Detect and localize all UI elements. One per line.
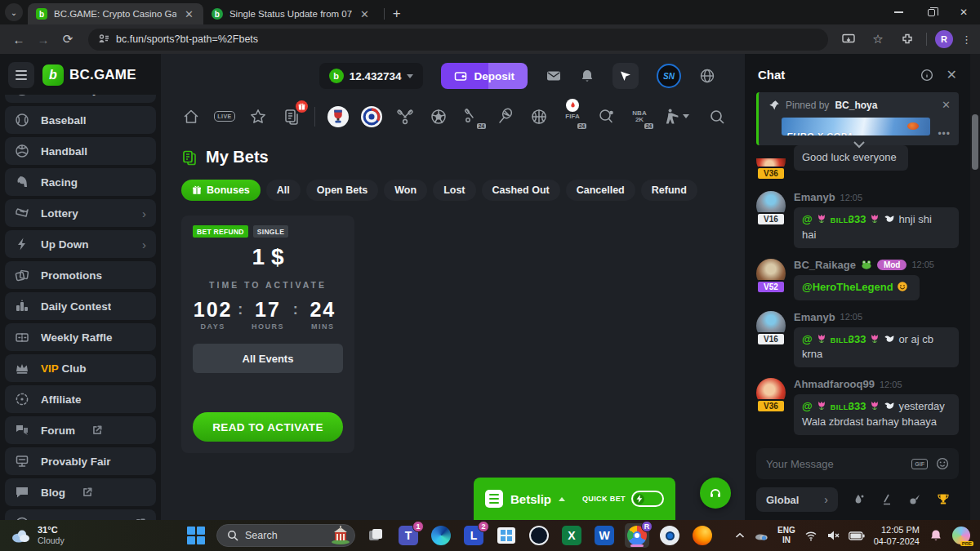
- battery-icon[interactable]: [849, 531, 865, 540]
- notification-bell-icon[interactable]: [929, 528, 943, 543]
- sidebar-item-weekly-raffle[interactable]: Weekly Raffle: [5, 323, 156, 351]
- forward-button[interactable]: →: [33, 29, 54, 50]
- sport-nav-cricket[interactable]: [394, 106, 416, 127]
- sidebar-item-racing[interactable]: Racing: [5, 168, 156, 196]
- betslip-gift-badge[interactable]: [296, 100, 308, 113]
- site-info-icon[interactable]: [98, 33, 109, 45]
- comet-icon[interactable]: [908, 493, 921, 506]
- sidebar-item-baseball[interactable]: Baseball: [5, 106, 156, 134]
- sidebar-item-vip[interactable]: VIP Club: [5, 354, 156, 382]
- sport-nav-copa-america[interactable]: [327, 106, 349, 127]
- bookmark-star-icon[interactable]: ☆: [867, 29, 889, 50]
- browser-menu-icon[interactable]: ⋮: [961, 33, 972, 46]
- sport-nav-badminton[interactable]: [495, 106, 516, 127]
- filter-refund[interactable]: Refund: [641, 180, 697, 201]
- teams-icon[interactable]: T 1: [396, 523, 421, 548]
- sidebar-item-forum[interactable]: Forum: [5, 416, 156, 444]
- sport-nav-live[interactable]: LIVE: [214, 106, 235, 127]
- back-button[interactable]: ←: [8, 29, 29, 50]
- mail-icon[interactable]: [546, 68, 562, 84]
- eye-app-icon[interactable]: [657, 523, 682, 548]
- sport-nav-fifa-24[interactable]: FIFA24: [562, 106, 583, 127]
- pinned-close-icon[interactable]: ✕: [942, 99, 951, 111]
- alexa-icon[interactable]: [527, 523, 551, 548]
- channel-selector[interactable]: Global ›: [756, 487, 838, 512]
- scrollbar[interactable]: [970, 54, 980, 520]
- sport-nav-home[interactable]: [180, 106, 202, 127]
- address-bar[interactable]: bc.fun/sports?bt-path=%2Fbets: [88, 29, 828, 51]
- chrome-icon-active[interactable]: R: [625, 523, 649, 548]
- edge-icon[interactable]: [429, 523, 453, 548]
- tray-clock[interactable]: 12:05 PM 04-07-2024: [874, 524, 920, 548]
- sport-nav-counter-strike[interactable]: [662, 106, 690, 127]
- pinned-expand-chevron[interactable]: [853, 140, 866, 149]
- send-to-device-icon[interactable]: [838, 29, 859, 50]
- sport-nav-cricket-24[interactable]: 24: [461, 106, 483, 127]
- message-username[interactable]: BC_Raikage: [794, 259, 856, 271]
- sport-nav-basketball[interactable]: [528, 106, 550, 127]
- sidebar-item-handball[interactable]: Handball: [5, 137, 156, 165]
- filter-bonuses[interactable]: Bonuses: [181, 180, 261, 201]
- taskbar-search[interactable]: Search: [216, 524, 355, 547]
- sidebar-item-provably-fair[interactable]: Provably Fair: [5, 447, 156, 475]
- reload-button[interactable]: ⟳: [57, 29, 78, 50]
- sidebar-item-lottery[interactable]: Lottery›: [5, 199, 156, 227]
- filter-lost[interactable]: Lost: [433, 180, 475, 201]
- hamburger-menu-button[interactable]: [8, 62, 34, 88]
- activate-button[interactable]: READ TO ACTIVATE: [193, 412, 343, 442]
- microsoft-store-icon[interactable]: [494, 523, 519, 548]
- slash-command-icon[interactable]: [880, 493, 893, 506]
- sidebar-item-blog[interactable]: Blog: [5, 478, 156, 506]
- sidebar-item-daily-contest[interactable]: Daily Contest: [5, 292, 156, 320]
- trophy-icon[interactable]: [936, 492, 951, 507]
- user-avatar[interactable]: SN: [657, 64, 681, 88]
- sports-search-icon[interactable]: [709, 109, 725, 125]
- brand-logo[interactable]: b BC.GAME: [42, 64, 136, 86]
- window-minimize-button[interactable]: [882, 0, 915, 24]
- support-button[interactable]: [700, 478, 731, 509]
- sport-nav-euro-2024[interactable]: [361, 106, 382, 127]
- firefox-icon[interactable]: [690, 523, 715, 548]
- sidebar-item-insights[interactable]: Sport Betting Insig: [5, 509, 156, 520]
- window-restore-button[interactable]: [915, 0, 947, 24]
- browser-profile-avatar[interactable]: R: [935, 30, 953, 48]
- taskbar-weather[interactable]: 31°C Cloudy: [0, 525, 163, 546]
- chat-input[interactable]: Your Message GIF: [756, 448, 959, 479]
- all-events-button[interactable]: All Events: [193, 344, 343, 373]
- tab-close-icon[interactable]: ✕: [183, 8, 195, 20]
- sport-nav-table-tennis[interactable]: [595, 106, 617, 127]
- word-icon[interactable]: W: [592, 523, 617, 548]
- chat-info-icon[interactable]: [920, 69, 933, 82]
- chat-close-icon[interactable]: ✕: [947, 67, 957, 82]
- tab-status-update[interactable]: b Single Status Update from 07/0 ✕: [203, 3, 379, 24]
- tab-bcgame[interactable]: b BC.GAME: Crypto Casino Game ✕: [28, 3, 203, 24]
- excel-icon[interactable]: X: [559, 523, 584, 548]
- tray-language[interactable]: ENG IN: [777, 526, 795, 546]
- sidebar-item-ice-hockey[interactable]: Ice Hockey: [5, 95, 156, 103]
- filter-all[interactable]: All: [266, 180, 301, 201]
- quick-bet-toggle[interactable]: [631, 491, 664, 507]
- language-globe-icon[interactable]: [699, 68, 715, 84]
- betslip-bar[interactable]: Betslip QUICK BET: [474, 478, 675, 520]
- new-tab-button[interactable]: +: [393, 6, 401, 22]
- pinned-more-icon[interactable]: •••: [938, 128, 951, 140]
- extensions-icon[interactable]: [897, 29, 918, 50]
- window-close-button[interactable]: ✕: [947, 0, 980, 24]
- task-view-button[interactable]: [363, 523, 388, 548]
- start-button[interactable]: [184, 523, 208, 548]
- l-app-icon[interactable]: L 2: [461, 523, 486, 548]
- sidebar-item-affiliate[interactable]: Affiliate: [5, 385, 156, 413]
- onedrive-icon[interactable]: [754, 528, 768, 543]
- message-username[interactable]: Emanyb: [794, 311, 835, 323]
- tab-search-chevron[interactable]: ⌄: [5, 3, 23, 21]
- rain-icon[interactable]: [853, 493, 866, 506]
- chat-toggle-button[interactable]: [612, 63, 639, 89]
- message-username[interactable]: Ahmadfarooq99: [794, 378, 875, 390]
- filter-cashed-out[interactable]: Cashed Out: [482, 180, 560, 201]
- volume-muted-icon[interactable]: [826, 529, 840, 542]
- gif-icon[interactable]: GIF: [911, 459, 928, 469]
- copilot-icon[interactable]: PRE: [952, 527, 970, 544]
- pinned-banner-image[interactable]: EURO X COPA: [782, 118, 930, 136]
- deposit-button[interactable]: Deposit: [441, 63, 528, 89]
- scrollbar-thumb[interactable]: [972, 114, 978, 170]
